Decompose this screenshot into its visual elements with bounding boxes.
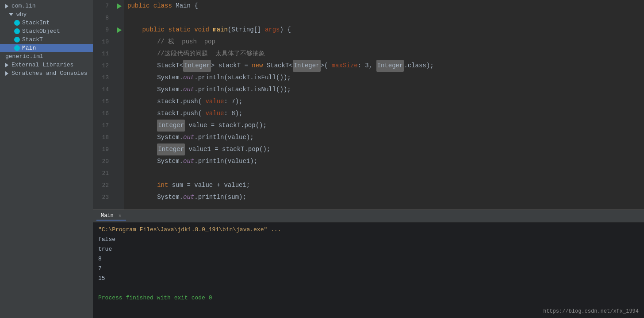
param-name: value — [205, 96, 224, 108]
code-text: .println(stackT.isFull()); — [194, 72, 291, 84]
code-text: sum = value + value1; — [168, 179, 250, 191]
highlight-Integer-3: Integer — [376, 60, 404, 72]
console-output-true: true — [98, 244, 639, 254]
code-line-12: StackT<Integer> stackT = new StackT<Inte… — [127, 60, 644, 72]
code-line-10: // 栈 push pop — [127, 36, 644, 48]
code-text: value1 = stackT.pop(); — [185, 143, 270, 155]
sidebar-item-label: StackInt — [22, 19, 50, 26]
keyword: int — [157, 179, 168, 191]
code-text: .println(value1); — [194, 155, 257, 167]
run-markers — [115, 0, 124, 209]
triangle-down-icon — [9, 13, 13, 16]
console-output-blank — [98, 283, 639, 293]
run-marker-9[interactable] — [115, 24, 124, 36]
keyword: void — [194, 24, 213, 36]
sidebar-item-label: generic.iml — [5, 53, 43, 60]
code-text — [127, 48, 157, 60]
code-text: stackT.push( — [127, 96, 205, 108]
code-text — [127, 120, 157, 132]
run-marker-18 — [115, 132, 124, 143]
code-text: System. — [127, 132, 183, 143]
run-marker-19 — [115, 143, 124, 155]
sidebar-item-why[interactable]: why — [0, 10, 93, 19]
sidebar-item-label: why — [16, 11, 27, 18]
code-text: value = stackT.pop(); — [185, 120, 267, 132]
code-text: StackT< — [267, 60, 293, 72]
code-text: : 8); — [224, 108, 242, 120]
keyword: static — [168, 24, 194, 36]
run-marker-10 — [115, 36, 124, 48]
run-marker-13 — [115, 72, 124, 84]
code-text: > stackT = — [211, 60, 252, 72]
out-keyword: out — [183, 191, 194, 203]
sidebar-item-label: StackObject — [22, 28, 60, 35]
code-line-18: System.out.println(value); — [127, 132, 644, 143]
out-keyword: out — [183, 132, 194, 143]
code-lines: public class Main { public static void m… — [124, 0, 644, 209]
console-output-15: 15 — [98, 274, 639, 283]
run-marker-21 — [115, 167, 124, 179]
class-icon — [14, 28, 20, 34]
sidebar: com.lin why StackInt StackObject StackT … — [0, 0, 93, 318]
console-output-7: 7 — [98, 264, 639, 274]
code-text: System. — [127, 72, 183, 84]
sidebar-item-label: StackT — [22, 36, 43, 43]
console-tab-label: Main — [101, 213, 114, 219]
sidebar-item-StackObject[interactable]: StackObject — [0, 27, 93, 35]
code-line-23: System.out.println(sum); — [127, 191, 644, 203]
comment: //这段代码的问题 太具体了不够抽象 — [157, 48, 265, 60]
code-container: 7891011 1213141516 1718192021 2223 — [93, 0, 644, 209]
run-marker-11 — [115, 48, 124, 60]
sidebar-item-generic-iml[interactable]: generic.iml — [0, 52, 93, 61]
code-text — [127, 179, 157, 191]
console-cmd-line: "C:\Program Files\Java\jdk1.8.0_191\bin\… — [98, 225, 639, 235]
code-line-16: stackT.push( value: 8); — [127, 108, 644, 120]
run-marker-12 — [115, 60, 124, 72]
sidebar-item-label: Main — [22, 45, 36, 51]
triangle-right-icon — [5, 4, 8, 8]
highlight-Integer-4: Integer — [157, 120, 185, 132]
code-text: ) { — [280, 24, 291, 36]
sidebar-item-scratches-consoles[interactable]: Scratches and Consoles — [0, 69, 93, 78]
close-tab-icon[interactable]: ✕ — [119, 213, 122, 218]
run-marker-23 — [115, 191, 124, 203]
editor: 7891011 1213141516 1718192021 2223 — [93, 0, 644, 209]
code-line-14: System.out.println(stackT.isNull()); — [127, 84, 644, 96]
code-text: System. — [127, 155, 183, 167]
run-marker-22 — [115, 179, 124, 191]
sidebar-item-label: Scratches and Consoles — [12, 70, 88, 77]
run-marker-7[interactable] — [115, 0, 124, 12]
code-line-21 — [127, 167, 644, 179]
keyword: new — [252, 60, 267, 72]
line-numbers: 7891011 1213141516 1718192021 2223 — [93, 0, 115, 209]
console-output-8: 8 — [98, 254, 639, 264]
code-text: >( — [321, 60, 332, 72]
triangle-right-icon — [5, 63, 8, 67]
code-text: : 7); — [224, 96, 242, 108]
sidebar-item-label: External Libraries — [12, 62, 73, 68]
console-tab-main[interactable]: Main ✕ — [96, 212, 126, 221]
code-text — [127, 24, 142, 36]
code-line-8 — [127, 12, 644, 24]
sidebar-item-external-libraries[interactable]: External Libraries — [0, 61, 93, 69]
code-line-11: //这段代码的问题 太具体了不够抽象 — [127, 48, 644, 60]
code-line-19: Integer value1 = stackT.pop(); — [127, 143, 644, 155]
triangle-right-icon — [5, 71, 8, 76]
sidebar-item-Main[interactable]: Main — [0, 44, 93, 52]
run-marker-20 — [115, 155, 124, 167]
param-name: maxSize — [332, 60, 358, 72]
console-panel: Main ✕ "C:\Program Files\Java\jdk1.8.0_1… — [93, 209, 644, 318]
sidebar-item-StackInt[interactable]: StackInt — [0, 19, 93, 27]
keyword: public — [127, 0, 153, 12]
class-icon — [14, 20, 20, 26]
main-area: 7891011 1213141516 1718192021 2223 — [93, 0, 644, 318]
watermark: https://blog.csdn.net/xfx_1994 — [543, 308, 639, 314]
run-marker-17 — [115, 120, 124, 132]
code-text — [127, 36, 157, 48]
sidebar-item-com-lin[interactable]: com.lin — [0, 2, 93, 10]
class-name: String — [231, 24, 253, 36]
keyword: class — [153, 0, 176, 12]
console-tab-bar: Main ✕ — [93, 210, 644, 222]
code-line-15: stackT.push( value: 7); — [127, 96, 644, 108]
sidebar-item-StackT[interactable]: StackT — [0, 35, 93, 44]
